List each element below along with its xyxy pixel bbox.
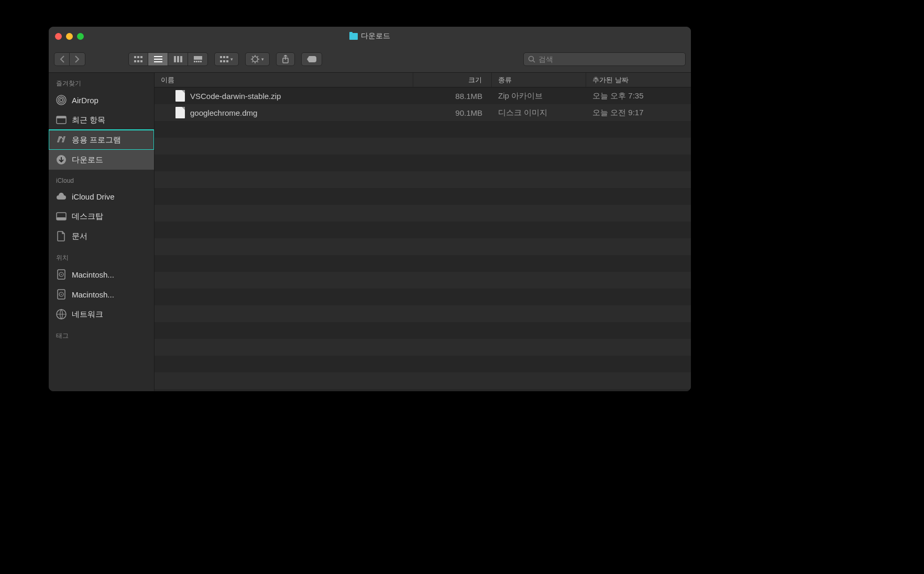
svg-point-27 [58,97,64,103]
cloud-icon [56,191,67,202]
applications-icon [56,135,67,145]
svg-rect-15 [198,61,200,62]
sidebar-item-airdrop[interactable]: AirDrop [49,90,154,110]
sidebar-item-disk-1[interactable]: Macintosh... [49,264,154,284]
sidebar-item-documents[interactable]: 문서 [49,226,154,246]
empty-row [155,305,691,322]
empty-row [155,138,691,154]
file-row[interactable]: VSCode-darwin-stable.zip 88.1MB Zip 아카이브… [155,87,691,104]
file-list: VSCode-darwin-stable.zip 88.1MB Zip 아카이브… [155,87,691,391]
sidebar-item-recents[interactable]: 최근 항목 [49,110,154,130]
svg-rect-16 [200,61,202,62]
icon-view-button[interactable] [128,52,148,66]
empty-row [155,339,691,356]
file-row[interactable]: googlechrome.dmg 90.1MB 디스크 이미지 오늘 오전 9:… [155,104,691,121]
empty-row [155,238,691,255]
svg-rect-9 [174,56,176,62]
empty-row [155,255,691,272]
svg-rect-33 [57,217,66,220]
content: 즐겨찾기 AirDrop 최근 항목 응 [49,73,691,391]
finder-window: 다운로드 [48,26,691,392]
network-icon [56,309,67,319]
nav-buttons [54,52,85,66]
titlebar: 다운로드 [49,27,691,46]
empty-row [155,322,691,339]
svg-rect-30 [57,116,66,118]
empty-row [155,188,691,205]
svg-rect-2 [140,56,142,58]
sidebar-item-network[interactable]: 네트워크 [49,304,154,324]
svg-rect-0 [134,56,136,58]
close-button[interactable] [55,33,62,40]
file-date: 오늘 오후 7:35 [586,91,691,101]
downloads-icon [56,154,67,165]
column-header-size[interactable]: 크기 [413,73,492,87]
column-header-name[interactable]: 이름 [155,73,413,87]
sidebar-item-downloads[interactable]: 다운로드 [49,150,154,170]
column-view-button[interactable] [168,52,188,66]
sidebar-item-disk-2[interactable]: Macintosh... [49,284,154,304]
sidebar-item-label: iCloud Drive [72,192,115,201]
forward-button[interactable] [70,52,85,66]
svg-rect-4 [137,60,139,62]
sidebar-header: 즐겨찾기 [49,76,154,90]
svg-rect-6 [154,56,162,57]
minimize-button[interactable] [66,33,73,40]
gallery-view-button[interactable] [188,52,208,66]
sidebar-item-label: AirDrop [72,96,98,105]
action-button[interactable]: ▾ [245,52,270,66]
recents-icon [56,115,67,125]
file-date: 오늘 오전 9:17 [586,108,691,118]
sidebar-item-label: 다운로드 [72,155,103,165]
svg-rect-17 [220,56,222,58]
svg-point-25 [529,56,534,61]
search-input[interactable] [538,55,681,63]
svg-rect-20 [220,60,222,62]
svg-rect-19 [226,56,228,58]
column-header-date[interactable]: 추가된 날짜 [586,73,691,87]
svg-rect-21 [223,60,225,62]
sidebar-section-tags: 태그 [49,328,154,343]
file-icon [175,107,185,118]
svg-rect-8 [154,61,162,62]
empty-row [155,154,691,171]
svg-rect-11 [180,56,182,62]
empty-row [155,356,691,372]
window-title: 다운로드 [349,31,390,41]
desktop-icon [56,211,67,222]
arrange-button[interactable]: ▾ [214,52,239,66]
chevron-down-icon: ▾ [261,57,264,62]
sidebar: 즐겨찾기 AirDrop 최근 항목 응 [49,73,155,391]
list-view-button[interactable] [148,52,168,66]
folder-icon [349,33,358,40]
disk-icon [56,269,67,280]
sidebar-item-applications[interactable]: 응용 프로그램 [49,130,154,150]
sidebar-item-desktop[interactable]: 데스크탑 [49,206,154,226]
svg-rect-1 [137,56,139,58]
sidebar-item-icloud-drive[interactable]: iCloud Drive [49,186,154,206]
svg-point-36 [61,274,62,275]
tags-button[interactable] [301,52,322,66]
sidebar-item-label: Macintosh... [72,290,114,299]
documents-icon [56,231,67,241]
sidebar-section-favorites: 즐겨찾기 AirDrop 최근 항목 응 [49,76,154,170]
column-header-kind[interactable]: 종류 [492,73,586,87]
svg-point-23 [252,57,258,62]
search-box[interactable] [523,52,686,66]
file-name: VSCode-darwin-stable.zip [190,92,281,101]
toolbar: ▾ ▾ [49,46,691,73]
file-kind: Zip 아카이브 [492,91,586,101]
search-icon [528,56,535,63]
sidebar-section-icloud: iCloud iCloud Drive 데스크탑 [49,174,154,246]
svg-point-26 [60,98,63,102]
sidebar-item-label: 응용 프로그램 [72,135,121,145]
back-button[interactable] [54,52,70,66]
maximize-button[interactable] [77,33,84,40]
share-button[interactable] [276,52,295,66]
airdrop-icon [56,95,67,105]
disk-icon [56,289,67,300]
svg-rect-18 [223,56,225,58]
file-browser: 이름 크기 종류 추가된 날짜 VSCode-darwin-stable.zip… [155,73,691,391]
svg-rect-12 [194,56,202,60]
svg-rect-13 [194,61,195,62]
